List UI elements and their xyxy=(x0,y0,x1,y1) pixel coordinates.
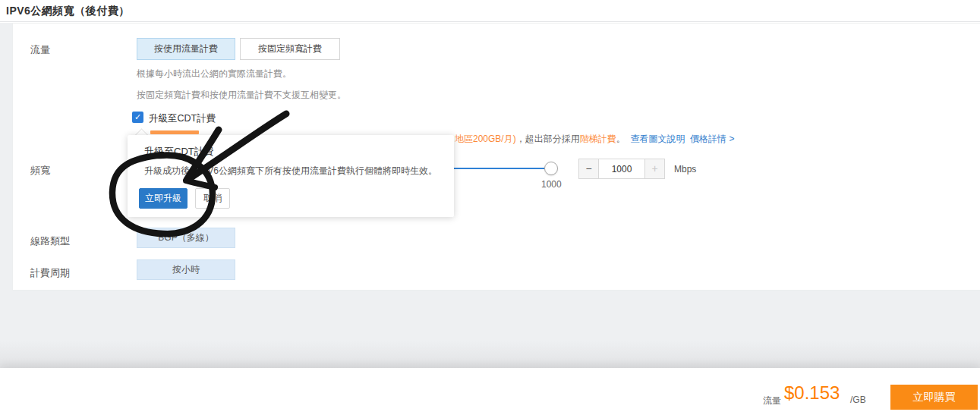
billing-cycle-value-hourly[interactable]: 按小時 xyxy=(137,259,235,280)
popup-title: 升級至CDT計費 xyxy=(144,145,214,159)
ipv6-bandwidth-purchase-page: IPV6公網頻寬（後付費） 流量 按使用流量計費 按固定頻寬計費 根據每小時流出… xyxy=(0,0,980,415)
cdt-promo-line: 地區200GB/月)，超出部分採用階梯計費。 查看圖文說明 價格詳情 > xyxy=(455,133,734,146)
footer-traffic-label: 流量 xyxy=(763,395,781,407)
cancel-button[interactable]: 取消 xyxy=(195,188,230,209)
line-type-row-label: 線路類型 xyxy=(30,234,70,248)
traffic-hint-1: 根據每小時流出公網的實際流量計費。 xyxy=(137,68,291,80)
bandwidth-slider-tick-label: 1000 xyxy=(541,179,562,190)
bandwidth-stepper: − + xyxy=(578,159,665,179)
footer-price-unit: /GB xyxy=(850,395,866,405)
page-header: IPV6公網頻寬（後付費） xyxy=(0,0,980,22)
promo-quota-text: 地區200GB/月) xyxy=(455,134,516,144)
price-details-link[interactable]: 價格詳情 > xyxy=(690,134,734,144)
popup-body-text: 升級成功後，IPV6公網頻寬下所有按使用流量計費執行個體將即時生效。 xyxy=(144,165,437,178)
bandwidth-row-label: 頻寬 xyxy=(30,164,50,178)
cdt-upgrade-popup: 升級至CDT計費 升級成功後，IPV6公網頻寬下所有按使用流量計費執行個體將即時… xyxy=(128,135,454,217)
footer-price: $0.153 xyxy=(784,382,840,404)
footer-shadow-gradient xyxy=(0,341,980,368)
traffic-option-fixed-bandwidth[interactable]: 按固定頻寬計費 xyxy=(240,38,340,60)
bandwidth-slider-handle[interactable] xyxy=(544,162,558,175)
cdt-upgrade-checkbox-label[interactable]: 升級至CDT計費 xyxy=(149,112,216,125)
obscured-orange-text-peek xyxy=(150,130,199,134)
stepper-plus-button[interactable]: + xyxy=(645,159,664,178)
stepper-minus-button[interactable]: − xyxy=(579,159,598,178)
buy-now-button[interactable]: 立即購買 xyxy=(890,385,978,410)
traffic-hint-2: 按固定頻寬計費和按使用流量計費不支援互相變更。 xyxy=(137,89,346,102)
upgrade-now-button[interactable]: 立即升級 xyxy=(139,188,187,209)
traffic-option-by-usage[interactable]: 按使用流量計費 xyxy=(137,38,235,60)
promo-period-text: 。 xyxy=(616,134,625,144)
line-type-value-bgp[interactable]: BGP（多線） xyxy=(137,228,235,248)
view-illustration-link[interactable]: 查看圖文說明 xyxy=(630,134,685,144)
bandwidth-unit-label: Mbps xyxy=(674,164,696,174)
billing-cycle-row-label: 計費周期 xyxy=(30,266,70,280)
traffic-row-label: 流量 xyxy=(30,43,50,57)
check-icon: ✓ xyxy=(134,112,141,121)
promo-tiered-billing-text: 階梯計費 xyxy=(580,134,616,144)
bandwidth-value-input[interactable] xyxy=(598,159,645,178)
promo-gray-text: ，超出部分採用 xyxy=(516,134,580,144)
cdt-upgrade-checkbox[interactable]: ✓ xyxy=(132,112,143,123)
page-title: IPV6公網頻寬（後付費） xyxy=(6,5,130,18)
